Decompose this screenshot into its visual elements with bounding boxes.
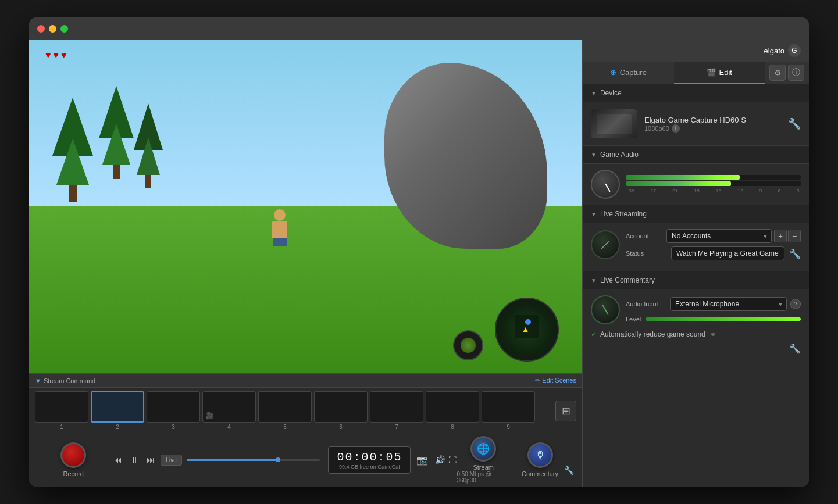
scene-thumb-8[interactable]: 8 xyxy=(426,391,479,430)
stream-command-text: Stream Command xyxy=(44,377,95,384)
settings-wrench-button[interactable]: 🔧 xyxy=(564,466,574,475)
scene-thumb-box-1[interactable] xyxy=(35,391,88,423)
meter-label-2: -27 xyxy=(648,188,656,194)
live-streaming-section-title: Live Streaming xyxy=(600,210,647,218)
meter-fill-left xyxy=(626,175,740,180)
scene-thumb-box-8[interactable] xyxy=(426,391,479,423)
live-commentary-triangle-icon: ▼ xyxy=(591,277,597,284)
time-display: 00:00:05 99,4 GB free on GameCat xyxy=(328,446,411,474)
audio-knob[interactable] xyxy=(591,170,620,199)
scene-thumb-3[interactable]: 3 xyxy=(147,391,200,430)
scene-thumb-9[interactable]: 9 xyxy=(482,391,535,430)
streaming-section-panel: Account No Accounts ▼ + − xyxy=(583,223,809,271)
device-name: Elgato Game Capture HD60 S xyxy=(644,116,781,124)
knob-indicator xyxy=(605,184,611,192)
minimize-button[interactable] xyxy=(49,25,56,33)
maximize-button[interactable] xyxy=(60,25,68,33)
streaming-row: Account No Accounts ▼ + − xyxy=(591,229,801,260)
scene-thumb-7[interactable]: 7 xyxy=(370,391,423,430)
elgato-glyph: G xyxy=(791,47,797,55)
camera-icon: 🎥 xyxy=(205,412,214,420)
commentary-button[interactable]: 🎙 xyxy=(527,442,553,468)
app-window: ♥ ♥ ♥ ▼ Stream Command ✏ Edit Scenes xyxy=(29,17,809,487)
commentary-knob[interactable] xyxy=(591,295,620,324)
scene-thumb-box-5[interactable] xyxy=(258,391,312,423)
fast-forward-button[interactable]: ⏭ xyxy=(144,453,157,467)
meter-bar-right xyxy=(626,181,801,186)
stream-button[interactable]: 🌐 xyxy=(470,436,496,462)
commentary-controls: Audio Input External Microphone ▼ ? Leve… xyxy=(626,297,801,323)
preview-landscape: ♥ ♥ ♥ xyxy=(29,40,582,373)
minimap xyxy=(495,298,559,362)
audio-meter-area: -36 -27 -21 -18 -15 -12 -9 -6 -3 xyxy=(626,175,801,194)
meter-fill-right xyxy=(626,181,731,186)
streaming-controls: Account No Accounts ▼ + − xyxy=(626,229,801,260)
add-scene-button[interactable]: ⊞ xyxy=(555,401,576,421)
live-button[interactable]: Live xyxy=(161,455,181,466)
add-account-button[interactable]: + xyxy=(774,230,787,242)
record-section: Record xyxy=(37,442,109,477)
info-tab-button[interactable]: ⓘ xyxy=(788,65,804,81)
scene-thumb-2[interactable]: 2 xyxy=(91,391,144,430)
tab-edit[interactable]: 🎬 Edit xyxy=(674,62,765,84)
edit-tab-label: Edit xyxy=(719,68,732,77)
scene-thumb-4[interactable]: 🎥 4 xyxy=(202,391,256,430)
progress-track[interactable] xyxy=(187,459,320,461)
scene-thumb-box-2[interactable] xyxy=(91,391,144,423)
scene-thumb-box-3[interactable] xyxy=(147,391,200,423)
volume-button[interactable]: 🔊 xyxy=(435,455,445,464)
meter-labels: -36 -27 -21 -18 -15 -12 -9 -6 -3 xyxy=(626,188,801,194)
device-res-text: 1080p60 xyxy=(644,125,669,132)
record-button[interactable] xyxy=(60,442,86,468)
status-input[interactable] xyxy=(671,246,784,260)
audio-input-select[interactable]: External Microphone xyxy=(670,297,787,311)
scene-num-6: 6 xyxy=(339,424,343,430)
audio-meter-container: -36 -27 -21 -18 -15 -12 -9 -6 -3 xyxy=(591,170,801,199)
scene-thumb-5[interactable]: 5 xyxy=(258,391,312,430)
commentary-settings-button[interactable]: 🔧 xyxy=(591,343,801,354)
triangle-icon: ▼ xyxy=(35,377,41,384)
play-pause-button[interactable]: ⏸ xyxy=(128,453,141,467)
audio-help-button[interactable]: ? xyxy=(790,299,801,309)
scene-thumb-box-4[interactable]: 🎥 xyxy=(202,391,256,423)
audio-input-select-wrapper: External Microphone ▼ xyxy=(670,297,787,311)
scene-num-5: 5 xyxy=(283,424,287,430)
device-shape xyxy=(597,114,632,134)
close-button[interactable] xyxy=(37,25,45,33)
meter-label-3: -21 xyxy=(671,188,678,194)
checkmark-icon: ✓ xyxy=(591,330,597,338)
device-info-button[interactable]: i xyxy=(672,124,680,133)
level-meter xyxy=(646,317,801,321)
fullscreen-button[interactable]: ⛶ xyxy=(448,455,457,464)
stream-stats: 0,50 Mbps @ 360p30 xyxy=(457,471,510,484)
scene-thumb-box-6[interactable] xyxy=(314,391,368,423)
device-settings-button[interactable]: 🔧 xyxy=(788,117,801,130)
scene-thumb-box-7[interactable] xyxy=(370,391,423,423)
reduce-label: Automatically reduce game sound xyxy=(600,330,705,338)
remove-account-button[interactable]: − xyxy=(788,230,801,242)
rewind-button[interactable]: ⏮ xyxy=(112,453,124,467)
device-details: Elgato Game Capture HD60 S 1080p60 i xyxy=(644,116,781,133)
traffic-lights xyxy=(37,25,68,33)
sidebar-header: elgato G xyxy=(583,40,809,62)
device-image xyxy=(591,109,637,138)
tab-bar: ⊕ Capture 🎬 Edit ⚙ ⓘ xyxy=(583,62,809,84)
account-select[interactable]: No Accounts xyxy=(666,229,772,243)
scene-thumb-box-9[interactable] xyxy=(482,391,535,423)
device-info-panel: Elgato Game Capture HD60 S 1080p60 i 🔧 xyxy=(583,102,809,146)
scene-num-1: 1 xyxy=(60,424,63,430)
scene-thumb-1[interactable]: 1 xyxy=(35,391,88,430)
progress-container xyxy=(187,459,320,461)
scene-thumb-6[interactable]: 6 xyxy=(314,391,368,430)
stream-knob[interactable] xyxy=(591,230,620,259)
settings-tab-button[interactable]: ⚙ xyxy=(769,65,786,81)
screenshot-button[interactable]: 📷 xyxy=(416,455,428,466)
heart-1: ♥ xyxy=(45,50,51,60)
title-bar xyxy=(29,17,809,40)
game-audio-section-title: Game Audio xyxy=(600,151,639,159)
heart-3: ♥ xyxy=(61,50,67,60)
stream-knob-slash xyxy=(601,240,610,249)
edit-scenes-button[interactable]: ✏ Edit Scenes xyxy=(535,377,576,384)
status-wrench-button[interactable]: 🔧 xyxy=(789,248,801,259)
tab-capture[interactable]: ⊕ Capture xyxy=(583,62,674,84)
